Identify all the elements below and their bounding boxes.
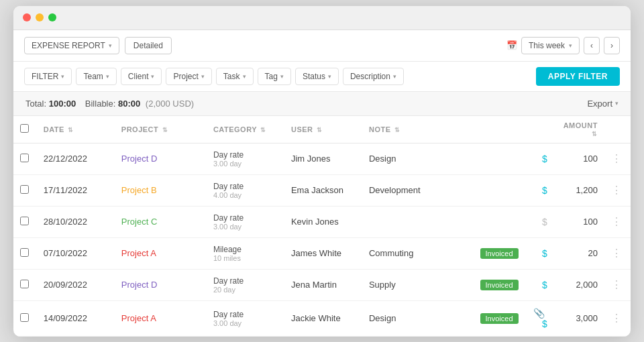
- row-checkbox[interactable]: [20, 248, 29, 257]
- row-date: 07/10/2022: [37, 237, 115, 269]
- next-week-button[interactable]: ›: [604, 37, 620, 54]
- project-link[interactable]: Project D: [121, 280, 157, 290]
- row-menu-dots[interactable]: ⋮: [611, 153, 623, 164]
- row-menu-dots[interactable]: ⋮: [611, 279, 623, 290]
- row-status: [462, 206, 525, 237]
- row-status: [462, 143, 525, 174]
- row-amount: 100: [554, 143, 604, 174]
- row-menu-dots[interactable]: ⋮: [611, 312, 623, 324]
- row-clip-dollar: 📎 $: [525, 300, 554, 336]
- detailed-button[interactable]: Detailed: [125, 37, 172, 54]
- table-row: 22/12/2022 Project D Day rate 3.00 day J…: [13, 143, 631, 174]
- dollar-icon: $: [542, 185, 547, 196]
- toolbar-left: EXPENSE REPORT ▾ Detailed: [24, 37, 172, 54]
- header-project[interactable]: PROJECT ⇅: [115, 116, 207, 144]
- header-category[interactable]: CATEGORY ⇅: [207, 116, 284, 144]
- this-week-button[interactable]: This week ▾: [521, 37, 580, 54]
- filter-bar: FILTER ▾ Team ▾ Client ▾ Project ▾ Task …: [13, 62, 631, 92]
- expense-report-button[interactable]: EXPENSE REPORT ▾: [24, 37, 119, 54]
- expense-table: DATE ⇅ PROJECT ⇅ CATEGORY ⇅ USER ⇅ NOTE …: [13, 116, 631, 337]
- table-row: 07/10/2022 Project A Mileage 10 miles Ja…: [13, 237, 631, 269]
- category-detail: 3.00 day: [213, 319, 278, 327]
- status-filter-button[interactable]: Status ▾: [295, 68, 339, 85]
- attachment-icon: 📎: [533, 308, 545, 319]
- row-amount: 20: [554, 237, 604, 269]
- calendar-icon: 📅: [506, 40, 517, 50]
- row-project[interactable]: Project A: [115, 300, 207, 336]
- team-filter-button[interactable]: Team ▾: [76, 68, 116, 85]
- tag-filter-button[interactable]: Tag ▾: [258, 68, 291, 85]
- toolbar: EXPENSE REPORT ▾ Detailed 📅 This week ▾ …: [13, 30, 631, 62]
- header-amount[interactable]: AMOUNT ⇅: [554, 116, 604, 144]
- category-detail: 3.00 day: [213, 223, 278, 231]
- task-filter-button[interactable]: Task ▾: [216, 68, 254, 85]
- category-detail: 20 day: [213, 286, 278, 294]
- row-checkbox[interactable]: [20, 154, 29, 162]
- row-date: 17/11/2022: [37, 174, 115, 206]
- row-menu[interactable]: ⋮: [604, 174, 631, 206]
- row-menu[interactable]: ⋮: [604, 300, 631, 336]
- project-link[interactable]: Project D: [121, 154, 157, 164]
- row-checkbox-cell: [13, 174, 37, 206]
- client-filter-button[interactable]: Client ▾: [121, 68, 162, 85]
- row-checkbox[interactable]: [20, 313, 29, 322]
- apply-filter-button[interactable]: APPLY FILTER: [536, 67, 620, 86]
- minimize-button[interactable]: [36, 13, 44, 21]
- project-link[interactable]: Project B: [121, 185, 157, 195]
- dollar-icon: $: [542, 248, 547, 259]
- row-category: Day rate 20 day: [207, 269, 284, 300]
- row-checkbox[interactable]: [20, 185, 29, 194]
- row-menu[interactable]: ⋮: [604, 143, 631, 174]
- row-project[interactable]: Project B: [115, 174, 207, 206]
- dollar-icon: $: [542, 319, 547, 329]
- select-all-checkbox[interactable]: [20, 124, 29, 133]
- row-user: Ema Jackson: [284, 174, 362, 206]
- export-chevron-icon: ▾: [615, 100, 619, 107]
- row-menu-dots[interactable]: ⋮: [611, 184, 623, 196]
- amount-sort-icon: ⇅: [592, 131, 598, 137]
- invoiced-badge: Invoiced: [480, 248, 519, 259]
- prev-week-button[interactable]: ‹: [584, 37, 600, 54]
- chevron-right-icon: ›: [610, 41, 613, 50]
- close-button[interactable]: [23, 13, 31, 21]
- row-note: Supply: [362, 269, 462, 300]
- user-sort-icon: ⇅: [317, 127, 323, 133]
- export-button[interactable]: Export ▾: [587, 99, 619, 109]
- row-project[interactable]: Project A: [115, 237, 207, 269]
- header-date[interactable]: DATE ⇅: [37, 116, 115, 144]
- summary-totals: Total: 100:00 Billable: 80:00 (2,000 USD…: [25, 99, 194, 109]
- header-menu: [604, 116, 631, 144]
- header-user[interactable]: USER ⇅: [284, 116, 362, 144]
- row-menu[interactable]: ⋮: [604, 237, 631, 269]
- row-checkbox[interactable]: [20, 217, 29, 225]
- dollar-icon: $: [542, 154, 547, 164]
- description-filter-button[interactable]: Description ▾: [343, 68, 404, 85]
- row-menu[interactable]: ⋮: [604, 269, 631, 300]
- row-user: Kevin Jones: [284, 206, 362, 237]
- row-menu[interactable]: ⋮: [604, 206, 631, 237]
- category-name: Day rate: [213, 276, 278, 286]
- row-project[interactable]: Project D: [115, 143, 207, 174]
- category-detail: 4.00 day: [213, 191, 278, 199]
- chevron-left-icon: ‹: [590, 41, 593, 50]
- header-note[interactable]: NOTE ⇅: [362, 116, 462, 144]
- project-link[interactable]: Project A: [121, 313, 156, 323]
- filter-button[interactable]: FILTER ▾: [24, 68, 72, 85]
- project-link[interactable]: Project C: [121, 217, 157, 227]
- row-project[interactable]: Project D: [115, 269, 207, 300]
- project-filter-button[interactable]: Project ▾: [166, 68, 211, 85]
- row-checkbox[interactable]: [20, 280, 29, 288]
- maximize-button[interactable]: [48, 13, 56, 21]
- row-menu-dots[interactable]: ⋮: [611, 216, 623, 227]
- project-link[interactable]: Project A: [121, 248, 156, 258]
- row-date: 28/10/2022: [37, 206, 115, 237]
- row-clip-dollar: $: [525, 143, 554, 174]
- row-menu-dots[interactable]: ⋮: [611, 247, 623, 259]
- row-amount: 3,000: [554, 300, 604, 336]
- row-amount: 1,200: [554, 174, 604, 206]
- row-project[interactable]: Project C: [115, 206, 207, 237]
- row-status: [462, 174, 525, 206]
- toolbar-right: 📅 This week ▾ ‹ ›: [506, 37, 620, 54]
- header-dollar: [525, 116, 554, 144]
- row-note: Development: [362, 174, 462, 206]
